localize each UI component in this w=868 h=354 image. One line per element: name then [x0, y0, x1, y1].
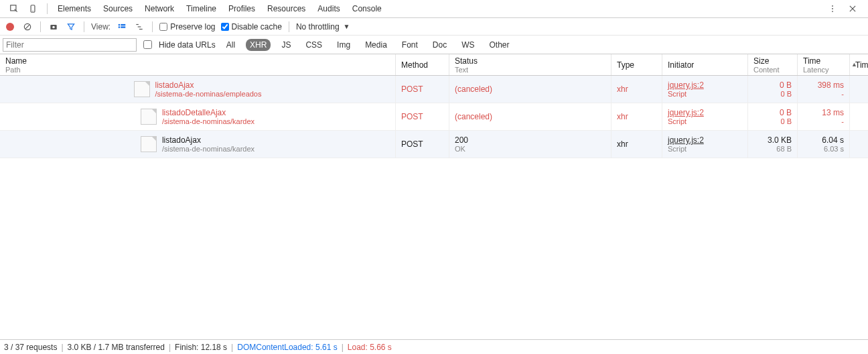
header-method[interactable]: Method	[395, 54, 449, 75]
cell-size: 0 B0 B	[747, 103, 797, 130]
initiator-link[interactable]: jquery.js:2	[668, 135, 742, 145]
type-filter-doc[interactable]: Doc	[429, 39, 451, 51]
tab-audits[interactable]: Audits	[311, 4, 346, 13]
header-type[interactable]: Type	[611, 54, 662, 75]
filter-bar: Hide data URLs AllXHRJSCSSImgMediaFontDo…	[0, 36, 868, 54]
capture-screenshots-icon[interactable]	[48, 21, 60, 33]
request-row[interactable]: listadoDetalleAjax/sistema-de-nominas/ka…	[0, 103, 868, 131]
large-rows-icon[interactable]	[116, 21, 128, 33]
header-initiator[interactable]: Initiator	[662, 54, 747, 75]
disable-cache-checkbox[interactable]: Disable cache	[221, 22, 282, 32]
header-status[interactable]: Status Text	[449, 54, 611, 75]
request-name: listadoDetalleAjax	[162, 108, 255, 117]
tab-elements[interactable]: Elements	[52, 4, 97, 13]
request-path: /sistema-de-nominas/kardex	[162, 117, 255, 125]
clear-icon[interactable]	[21, 21, 33, 33]
hide-data-urls-label: Hide data URLs	[159, 40, 216, 50]
tab-sources[interactable]: Sources	[97, 4, 139, 13]
header-time[interactable]: Time Latency	[797, 54, 849, 75]
cell-initiator: jquery.js:2Script	[662, 76, 747, 103]
type-filter-media[interactable]: Media	[361, 39, 391, 51]
request-name: listadoAjax	[155, 80, 262, 90]
svg-point-11	[52, 25, 55, 28]
network-table-header: Name Path Method Status Text Type Initia…	[0, 54, 868, 76]
element-picker-icon[interactable]	[8, 3, 20, 15]
svg-rect-15	[121, 26, 125, 27]
cell-method: POST	[395, 131, 449, 158]
request-name: listadoAjax	[162, 135, 255, 145]
hide-data-urls-checkbox[interactable]: Hide data URLs	[143, 40, 216, 50]
network-toolbar: View: Preserve log Disable cache No thro…	[0, 18, 868, 36]
cell-initiator: jquery.js:2Script	[662, 131, 747, 158]
tab-profiles[interactable]: Profiles	[222, 4, 261, 13]
request-path: /sistema-de-nominas/empleados	[155, 90, 262, 98]
cell-size: 3.0 KB68 B	[747, 131, 797, 158]
tab-resources[interactable]: Resources	[261, 4, 311, 13]
status-finish: Finish: 12.18 s	[175, 343, 227, 352]
header-timeline[interactable]: ▲ Tim	[849, 54, 868, 75]
header-name[interactable]: Name Path	[0, 54, 395, 75]
initiator-link[interactable]: jquery.js:2	[668, 80, 742, 90]
chevron-down-icon: ▼	[344, 23, 350, 30]
request-row[interactable]: listadoAjax/sistema-de-nominas/kardexPOS…	[0, 131, 868, 158]
status-requests: 3 / 37 requests	[4, 343, 57, 352]
cell-size: 0 B0 B	[747, 76, 797, 103]
type-filter-img[interactable]: Img	[333, 39, 354, 51]
throttling-select[interactable]: No throttling ▼	[296, 22, 350, 32]
cell-timeline	[849, 131, 868, 158]
svg-point-5	[832, 11, 833, 12]
svg-point-4	[832, 8, 833, 9]
sort-asc-icon: ▲	[851, 61, 857, 68]
inspect-icons	[4, 3, 43, 15]
type-filter-ws[interactable]: WS	[457, 39, 478, 51]
status-load: Load: 5.66 s	[348, 343, 392, 352]
waterfall-view-icon[interactable]	[133, 21, 145, 33]
cell-timeline	[849, 103, 868, 130]
header-size[interactable]: Size Content	[747, 54, 797, 75]
type-filter-css[interactable]: CSS	[301, 39, 326, 51]
cell-method: POST	[395, 76, 449, 103]
cell-status: (canceled)	[449, 76, 611, 103]
svg-rect-14	[119, 26, 120, 27]
cell-time: 398 ms-	[797, 76, 849, 103]
device-toggle-icon[interactable]	[27, 3, 39, 15]
devtools-tabs-bar: ElementsSourcesNetworkTimelineProfilesRe…	[0, 0, 868, 18]
type-filter-font[interactable]: Font	[398, 39, 422, 51]
svg-line-9	[25, 25, 29, 29]
record-button[interactable]	[4, 21, 16, 33]
request-row[interactable]: listadoAjax/sistema-de-nominas/empleados…	[0, 76, 868, 103]
view-label: View:	[91, 22, 111, 32]
file-icon	[141, 136, 157, 152]
request-path: /sistema-de-nominas/kardex	[162, 145, 255, 153]
cell-type: xhr	[611, 103, 662, 130]
network-table-body: listadoAjax/sistema-de-nominas/empleados…	[0, 76, 868, 339]
close-icon[interactable]	[847, 3, 859, 15]
preserve-log-checkbox[interactable]: Preserve log	[159, 22, 215, 32]
tab-console[interactable]: Console	[346, 4, 388, 13]
separator	[152, 21, 153, 32]
type-filter-xhr[interactable]: XHR	[246, 39, 271, 51]
preserve-log-input[interactable]	[159, 23, 167, 31]
type-filter-other[interactable]: Other	[486, 39, 514, 51]
hide-data-urls-input[interactable]	[143, 40, 152, 49]
cell-initiator: jquery.js:2Script	[662, 103, 747, 130]
file-icon	[134, 81, 150, 97]
svg-rect-13	[121, 23, 125, 25]
svg-rect-12	[119, 23, 120, 25]
cell-time: 13 ms-	[797, 103, 849, 130]
separator	[84, 21, 84, 32]
initiator-link[interactable]: jquery.js:2	[668, 108, 742, 117]
tab-timeline[interactable]: Timeline	[180, 4, 222, 13]
type-filter-all[interactable]: All	[222, 39, 239, 51]
tab-network[interactable]: Network	[139, 4, 180, 13]
throttling-value: No throttling	[296, 22, 340, 32]
panel-tabs: ElementsSourcesNetworkTimelineProfilesRe…	[52, 0, 388, 18]
filter-input[interactable]	[3, 38, 137, 52]
type-filter-js[interactable]: JS	[277, 39, 295, 51]
filter-toggle-icon[interactable]	[65, 21, 77, 33]
top-right-actions	[826, 3, 864, 15]
cell-status: (canceled)	[449, 103, 611, 130]
file-icon	[141, 109, 157, 125]
more-options-icon[interactable]	[826, 3, 839, 15]
disable-cache-input[interactable]	[221, 23, 229, 31]
